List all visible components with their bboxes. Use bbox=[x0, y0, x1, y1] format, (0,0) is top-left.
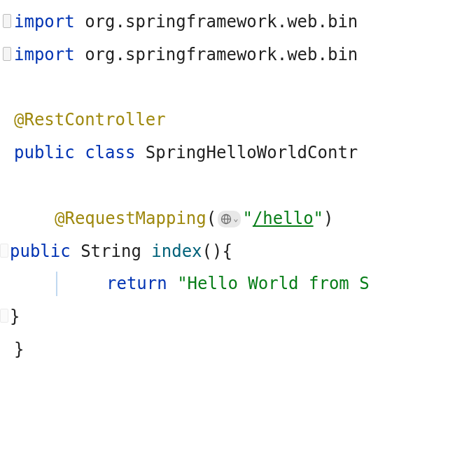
class-name: SpringHelloWorldContr bbox=[135, 143, 358, 162]
string-quote: " bbox=[314, 209, 323, 228]
code-line-blank[interactable] bbox=[0, 169, 476, 202]
string-literal: "Hello World from S bbox=[167, 274, 370, 293]
import-fold-icon[interactable] bbox=[3, 47, 11, 61]
keyword-import: import bbox=[14, 12, 75, 31]
method-fold-icon[interactable] bbox=[0, 244, 8, 258]
keyword-return: return bbox=[106, 274, 167, 293]
gutter bbox=[3, 6, 14, 38]
import-fold-icon[interactable] bbox=[3, 14, 11, 28]
code-line-blank[interactable] bbox=[0, 71, 476, 104]
brace: } bbox=[10, 307, 20, 326]
code-line[interactable]: public String index(){ bbox=[0, 235, 476, 268]
brace: { bbox=[222, 241, 232, 261]
gutter bbox=[0, 300, 10, 333]
chevron-down-icon: ⌄ bbox=[233, 211, 238, 227]
paren: ) bbox=[323, 209, 333, 228]
string-quote: " bbox=[242, 209, 252, 228]
gutter bbox=[3, 38, 14, 71]
brace: } bbox=[14, 340, 24, 359]
code-line[interactable]: import org.springframework.web.bin bbox=[0, 6, 476, 38]
code-line[interactable]: public class SpringHelloWorldContr bbox=[0, 136, 476, 169]
code-line[interactable]: import org.springframework.web.bin bbox=[0, 38, 476, 71]
return-type: String bbox=[71, 241, 152, 261]
keyword-public: public bbox=[10, 241, 71, 261]
keyword-public: public bbox=[14, 143, 75, 162]
method-fold-icon[interactable] bbox=[0, 309, 8, 323]
paren: ( bbox=[206, 209, 216, 228]
keyword-import: import bbox=[14, 45, 75, 64]
globe-icon bbox=[220, 214, 232, 225]
code-line[interactable]: } bbox=[0, 333, 476, 366]
code-line[interactable]: return "Hello World from S bbox=[0, 267, 476, 300]
code-line[interactable]: @RestController bbox=[0, 104, 476, 136]
method-name: index bbox=[151, 241, 202, 261]
parens: () bbox=[202, 241, 223, 261]
gutter bbox=[0, 235, 10, 268]
space bbox=[75, 143, 85, 162]
code-line[interactable]: } bbox=[0, 300, 476, 333]
import-path: org.springframework.web.bin bbox=[75, 12, 358, 31]
annotation-restcontroller: @RestController bbox=[14, 110, 166, 130]
keyword-class: class bbox=[85, 143, 135, 162]
code-line[interactable]: @RequestMapping(⌄"/hello") bbox=[0, 202, 476, 235]
url-path[interactable]: /hello bbox=[253, 209, 314, 228]
url-globe-icon[interactable]: ⌄ bbox=[218, 211, 241, 227]
import-path: org.springframework.web.bin bbox=[75, 45, 358, 64]
annotation-requestmapping: @RequestMapping bbox=[55, 209, 206, 228]
